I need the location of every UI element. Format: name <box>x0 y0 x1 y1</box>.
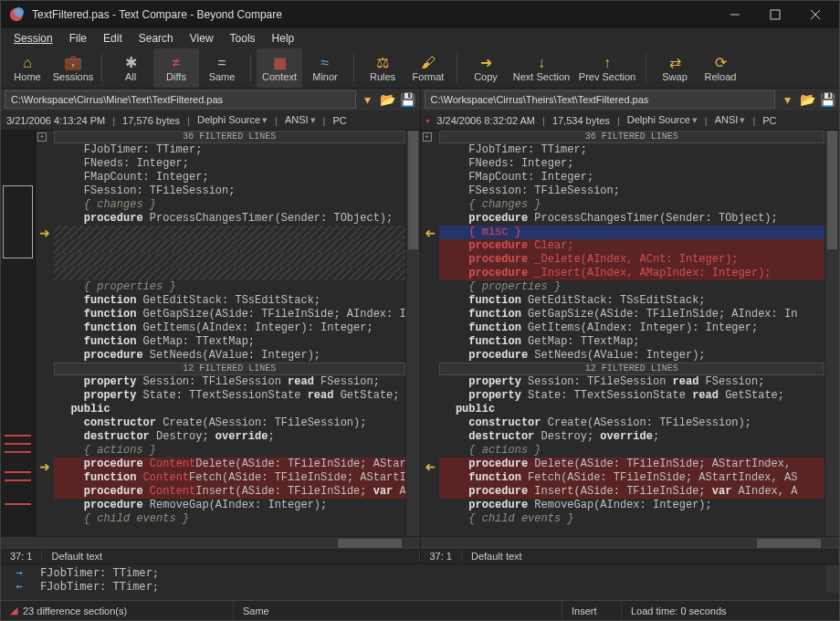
not-equal-icon: ≠ <box>168 55 184 71</box>
right-text-style: Default text <box>462 551 839 562</box>
diff-arrow-icon: ➜ <box>421 459 439 474</box>
briefcase-icon: 💼 <box>65 55 81 71</box>
rules-button[interactable]: ⚖Rules <box>360 48 405 88</box>
arrow-left-icon: ← <box>1 580 37 593</box>
left-syntax[interactable]: Delphi Source▾ <box>197 114 268 126</box>
save-icon[interactable]: 💾 <box>819 91 835 108</box>
right-hscroll[interactable] <box>421 536 840 549</box>
left-hscroll[interactable] <box>1 536 420 549</box>
status-same: Same <box>234 601 562 620</box>
left-os[interactable]: PC <box>332 115 346 126</box>
maximize-button[interactable] <box>755 1 795 28</box>
status-loadtime: Load time: 0 seconds <box>622 601 839 620</box>
arrow-down-icon: ↓ <box>533 55 550 71</box>
context-button[interactable]: ▦Context <box>257 48 302 88</box>
menu-file[interactable]: File <box>62 30 94 47</box>
home-button[interactable]: ⌂Home <box>5 48 50 88</box>
save-icon[interactable]: 💾 <box>400 91 416 108</box>
home-icon: ⌂ <box>19 55 36 71</box>
approx-icon: ≈ <box>317 55 333 71</box>
arrow-up-icon: ↑ <box>599 55 615 71</box>
referee-icon: ⚖ <box>374 55 391 71</box>
fold-icon[interactable]: + <box>423 132 432 142</box>
left-text-style: Default text <box>42 551 419 562</box>
fold-icon[interactable]: + <box>37 132 47 142</box>
diffs-button[interactable]: ≠Diffs <box>153 48 199 88</box>
all-button[interactable]: ✱All <box>108 48 153 88</box>
right-caret-pos: 37: 1 <box>421 551 462 562</box>
right-gutter: + ➜ ➜ <box>421 131 439 536</box>
merge-pane: → FJobTimer: TTimer; ← FJobTimer: TTimer… <box>1 563 839 600</box>
svg-rect-3 <box>771 10 780 19</box>
left-editor[interactable]: 36 FILTERED LINES FJobTimer: TTimer; FNe… <box>54 131 405 536</box>
left-caret-pos: 37: 1 <box>1 551 42 562</box>
arrow-right-icon: ➜ <box>478 55 494 71</box>
copy-button[interactable]: ➜Copy <box>463 48 509 88</box>
reload-icon: ⟳ <box>712 55 729 71</box>
status-insert: Insert <box>562 601 622 620</box>
left-overview[interactable] <box>1 131 36 536</box>
swap-icon: ⇄ <box>667 55 683 71</box>
close-button[interactable] <box>795 1 835 28</box>
merge-line[interactable]: FJobTimer: TTimer; <box>37 580 826 593</box>
titlebar: TextFiltered.pas - Text Compare - Beyond… <box>1 1 839 28</box>
arrow-right-icon: → <box>1 566 37 579</box>
menu-tools[interactable]: Tools <box>223 30 263 47</box>
menu-edit[interactable]: Edit <box>96 30 130 47</box>
minor-button[interactable]: ≈Minor <box>302 48 348 88</box>
paint-icon: 🖌 <box>420 55 436 71</box>
folder-open-icon[interactable]: 📂 <box>799 91 815 108</box>
right-syntax[interactable]: Delphi Source▾ <box>627 114 698 126</box>
statusbar: ◢23 difference section(s) Same Insert Lo… <box>1 600 839 620</box>
menu-view[interactable]: View <box>183 30 221 47</box>
menu-session[interactable]: Session <box>6 30 60 47</box>
minimize-button[interactable] <box>715 1 755 28</box>
right-path-input[interactable] <box>425 90 776 109</box>
left-gutter: + ➜ ➜ <box>36 131 54 536</box>
left-path-input[interactable] <box>5 90 356 109</box>
swap-button[interactable]: ⇄Swap <box>652 48 698 88</box>
diff-arrow-icon: ➜ <box>36 459 54 474</box>
left-vscroll[interactable] <box>405 131 420 536</box>
toolbar: ⌂Home 💼Sessions ✱All ≠Diffs =Same ▦Conte… <box>1 48 839 89</box>
left-pane: ▾ 📂 💾 3/21/2006 4:13:24 PM| 17,576 bytes… <box>1 89 421 563</box>
folder-open-icon[interactable]: 📂 <box>380 91 396 108</box>
format-button[interactable]: 🖌Format <box>405 48 451 88</box>
merge-line[interactable]: FJobTimer: TTimer; <box>37 566 826 579</box>
left-date: 3/21/2006 4:13:24 PM <box>6 115 105 126</box>
context-icon: ▦ <box>271 55 288 71</box>
sessions-button[interactable]: 💼Sessions <box>50 48 96 88</box>
same-button[interactable]: =Same <box>199 48 245 88</box>
left-encoding[interactable]: ANSI▾ <box>285 114 316 126</box>
merge-vscroll[interactable] <box>826 565 839 593</box>
prev-section-button[interactable]: ↑Prev Section <box>574 48 640 88</box>
status-diffs: ◢23 difference section(s) <box>1 601 234 620</box>
menu-help[interactable]: Help <box>265 30 302 47</box>
diff-arrow-icon: ➜ <box>421 226 439 240</box>
window-title: TextFiltered.pas - Text Compare - Beyond… <box>32 8 715 21</box>
right-editor[interactable]: 36 FILTERED LINES FJobTimer: TTimer; FNe… <box>439 131 825 536</box>
svg-point-1 <box>14 7 24 17</box>
next-section-button[interactable]: ↓Next Section <box>509 48 574 88</box>
menu-search[interactable]: Search <box>131 30 181 47</box>
chevron-down-icon[interactable]: ▾ <box>360 91 376 108</box>
reload-button[interactable]: ⟳Reload <box>698 48 743 88</box>
equal-icon: = <box>214 55 230 71</box>
right-bytes: 17,534 bytes <box>552 115 610 126</box>
right-vscroll[interactable] <box>824 131 839 536</box>
right-os[interactable]: PC <box>762 115 776 126</box>
app-icon <box>8 6 25 23</box>
left-bytes: 17,576 bytes <box>122 115 180 126</box>
chevron-down-icon[interactable]: ▾ <box>779 91 795 108</box>
asterisk-icon: ✱ <box>122 55 139 71</box>
right-pane: ▾ 📂 💾 • 3/24/2006 8:32:02 AM| 17,534 byt… <box>421 89 840 563</box>
menubar: Session File Edit Search View Tools Help <box>1 28 839 48</box>
right-encoding[interactable]: ANSI▾ <box>715 114 746 126</box>
right-date: 3/24/2006 8:32:02 AM <box>436 115 535 126</box>
